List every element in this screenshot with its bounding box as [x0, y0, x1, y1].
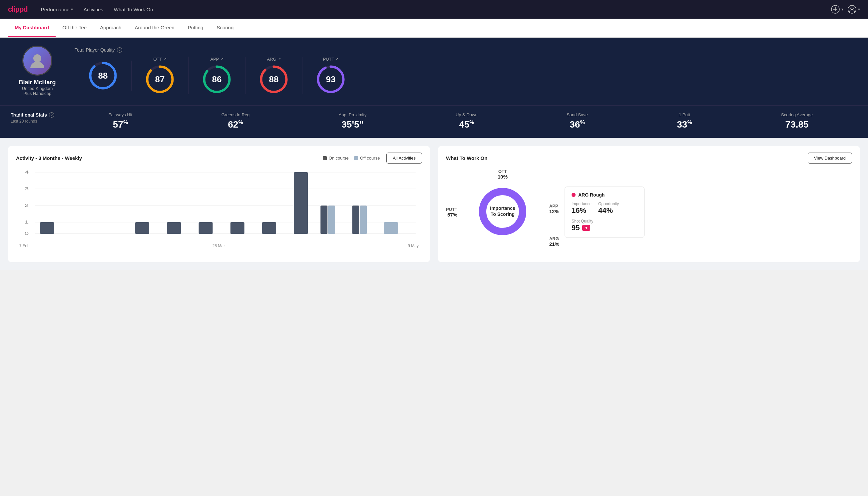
- bar-chart: 4 3 2 1 0: [16, 169, 422, 242]
- app-score: 86: [212, 74, 222, 84]
- player-info: Blair McHarg United Kingdom Plus Handica…: [11, 46, 64, 96]
- off-course-dot: [354, 156, 358, 160]
- score-card-ott: OTT ↗ 87: [131, 57, 189, 94]
- chart-legend: On course Off course: [323, 156, 380, 160]
- nav-performance[interactable]: Performance ▾: [41, 7, 73, 12]
- trad-stats-title: Traditional Stats ?: [11, 112, 64, 118]
- app-logo[interactable]: clippd: [8, 5, 28, 14]
- svg-text:To Scoring: To Scoring: [491, 212, 515, 217]
- arg-score: 88: [269, 74, 279, 84]
- overall-score: 88: [98, 70, 108, 81]
- add-button[interactable]: ▾: [831, 5, 843, 14]
- bar-week10-off: [328, 205, 335, 234]
- tab-approach[interactable]: Approach: [93, 19, 128, 37]
- tab-around-the-green[interactable]: Around the Green: [128, 19, 181, 37]
- info-stat-opportunity: Opportunity 44%: [598, 202, 619, 215]
- bar-week11-on: [352, 205, 359, 234]
- score-card-overall: 88: [75, 61, 131, 91]
- bar-week1-on: [40, 222, 54, 234]
- nav-links: Performance ▾ Activities What To Work On: [41, 7, 153, 12]
- donut-label-app: APP 12%: [549, 203, 559, 214]
- bar-week6-on: [199, 222, 213, 234]
- stat-greens-in-reg: Greens In Reg 62%: [221, 112, 250, 130]
- arrow-up-icon: ↗: [221, 57, 223, 61]
- score-card-app: APP ↗ 86: [189, 57, 246, 94]
- x-label-feb: 7 Feb: [19, 244, 30, 248]
- score-card-putt: PUTT ↗ 93: [302, 57, 359, 94]
- stat-sand-save: Sand Save 36%: [567, 112, 588, 130]
- info-stat-importance: Importance 16%: [571, 202, 591, 215]
- tab-bar: My Dashboard Off the Tee Approach Around…: [0, 19, 868, 37]
- svg-point-5: [33, 54, 41, 62]
- shot-quality-badge: ▼: [582, 225, 590, 231]
- tab-scoring[interactable]: Scoring: [210, 19, 240, 37]
- bar-week5-on: [167, 222, 181, 234]
- x-label-may: 9 May: [408, 244, 419, 248]
- stat-up-and-down: Up & Down 45%: [456, 112, 478, 130]
- player-country: United Kingdom: [22, 86, 53, 91]
- stat-scoring-average: Scoring Average 73.85: [781, 112, 813, 130]
- work-on-card-header: What To Work On View Dashboard: [446, 153, 852, 164]
- overall-circle: 88: [88, 61, 118, 91]
- app-circle: 86: [202, 64, 232, 94]
- tpq-label: Total Player Quality ?: [75, 47, 857, 52]
- info-box: ARG Rough Importance 16% Opportunity 44%…: [565, 187, 645, 238]
- nav-what-to-work-on[interactable]: What To Work On: [114, 7, 153, 12]
- svg-text:2: 2: [24, 203, 29, 208]
- activity-card-header: Activity - 3 Months - Weekly On course O…: [16, 153, 422, 164]
- help-icon[interactable]: ?: [117, 47, 122, 52]
- svg-point-3: [848, 5, 856, 13]
- ott-score: 87: [155, 74, 165, 84]
- view-dashboard-button[interactable]: View Dashboard: [808, 153, 852, 164]
- donut-label-putt: PUTT 57%: [446, 207, 457, 218]
- player-handicap: Plus Handicap: [23, 91, 51, 96]
- tab-off-the-tee[interactable]: Off the Tee: [56, 19, 93, 37]
- bottom-section: Activity - 3 Months - Weekly On course O…: [0, 138, 868, 270]
- trad-stats-label: Traditional Stats ? Last 20 rounds: [11, 112, 64, 124]
- avatar: [22, 46, 52, 76]
- all-activities-button[interactable]: All Activities: [386, 153, 422, 164]
- bar-week7-on: [231, 222, 244, 234]
- traditional-stats-section: Traditional Stats ? Last 20 rounds Fairw…: [0, 105, 868, 138]
- nav-activities[interactable]: Activities: [84, 7, 103, 12]
- svg-text:0: 0: [24, 231, 29, 236]
- tab-putting[interactable]: Putting: [181, 19, 210, 37]
- stat-app-proximity: App. Proximity 35'5": [339, 112, 367, 130]
- arg-circle: 88: [259, 64, 289, 94]
- svg-text:Importance: Importance: [490, 205, 515, 211]
- user-menu-button[interactable]: ▾: [847, 5, 860, 14]
- activity-card: Activity - 3 Months - Weekly On course O…: [8, 146, 430, 262]
- chevron-down-icon: ▾: [858, 7, 860, 12]
- info-box-title: ARG Rough: [571, 192, 637, 198]
- bar-week10-on: [320, 205, 327, 234]
- arrow-up-icon: ↗: [278, 57, 281, 61]
- chevron-down-icon: ▾: [841, 7, 843, 12]
- svg-text:4: 4: [24, 170, 29, 174]
- legend-on-course: On course: [323, 156, 349, 160]
- bar-week9-on: [294, 172, 308, 234]
- activity-chart-title: Activity - 3 Months - Weekly: [16, 155, 82, 161]
- bar-week12-off: [384, 222, 398, 234]
- info-stats: Importance 16% Opportunity 44%: [571, 202, 637, 215]
- tab-my-dashboard[interactable]: My Dashboard: [8, 19, 56, 37]
- work-on-card: What To Work On View Dashboard OTT 10% A…: [438, 146, 860, 262]
- x-axis-labels: 7 Feb 28 Mar 9 May: [16, 244, 422, 248]
- scores-section: Total Player Quality ? 88: [75, 47, 857, 94]
- donut-chart-area: OTT 10% APP 12% ARG 21% PUTT 57%: [446, 169, 559, 255]
- x-label-mar: 28 Mar: [212, 244, 225, 248]
- on-course-dot: [323, 156, 327, 160]
- putt-score: 93: [326, 74, 336, 84]
- top-navigation: clippd Performance ▾ Activities What To …: [0, 0, 868, 19]
- bar-week4-on: [135, 222, 149, 234]
- arrow-up-icon: ↗: [335, 57, 338, 61]
- score-cards: 88 OTT ↗ 87: [75, 57, 857, 94]
- work-on-content: OTT 10% APP 12% ARG 21% PUTT 57%: [446, 169, 852, 255]
- legend-off-course: Off course: [354, 156, 380, 160]
- donut-label-ott: OTT 10%: [498, 169, 508, 180]
- svg-point-4: [851, 7, 853, 10]
- chevron-down-icon: ▾: [71, 7, 73, 12]
- ott-circle: 87: [145, 64, 175, 94]
- help-icon[interactable]: ?: [49, 112, 54, 118]
- stat-items: Fairways Hit 57% Greens In Reg 62% App. …: [64, 112, 857, 130]
- bar-week8-on: [262, 222, 276, 234]
